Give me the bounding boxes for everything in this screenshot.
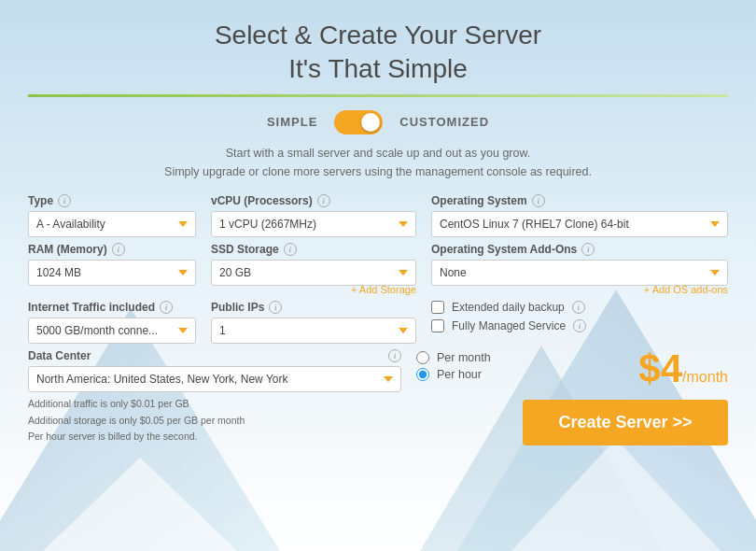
os-help-icon[interactable]: i bbox=[532, 194, 545, 207]
public-ips-help-icon[interactable]: i bbox=[269, 301, 282, 314]
ram-help-icon[interactable]: i bbox=[112, 243, 125, 256]
os-label: Operating System bbox=[431, 194, 527, 207]
datacenter-help-icon[interactable]: i bbox=[388, 349, 401, 362]
traffic-label: Internet Traffic included bbox=[28, 301, 155, 314]
type-label: Type bbox=[28, 194, 53, 207]
add-storage-link[interactable]: + Add Storage bbox=[211, 284, 416, 295]
backup-checkbox-row: Extended daily backup i bbox=[431, 301, 728, 314]
price-display: $4/month bbox=[638, 349, 728, 389]
os-addons-help-icon[interactable]: i bbox=[581, 243, 595, 256]
footnotes: Additional traffic is only $0.01 per GB … bbox=[28, 396, 245, 446]
footnote-3: Per hour server is billed by the second. bbox=[28, 429, 245, 445]
public-ips-group: Public IPs i 1 2 3 bbox=[211, 301, 416, 344]
bottom-row: Additional traffic is only $0.01 per GB … bbox=[28, 396, 728, 446]
vcpu-group: vCPU (Processors) i 1 vCPU (2667MHz) 2 v… bbox=[211, 194, 416, 237]
price-amount: $4/month bbox=[638, 346, 728, 390]
page-title: Select & Create Your Server It's That Si… bbox=[28, 19, 728, 87]
os-select[interactable]: CentOS Linux 7 (RHEL7 Clone) 64-bit Ubun… bbox=[431, 211, 728, 237]
public-ips-label: Public IPs bbox=[211, 301, 264, 314]
create-server-button[interactable]: Create Server >> bbox=[523, 400, 728, 445]
datacenter-select[interactable]: North America: United States, New York, … bbox=[28, 366, 401, 392]
toggle-row: SIMPLE CUSTOMIZED bbox=[28, 110, 728, 134]
subtitle: Start with a small server and scale up a… bbox=[28, 144, 728, 181]
public-ips-select[interactable]: 1 2 3 bbox=[211, 318, 416, 344]
backup-label: Extended daily backup bbox=[452, 301, 565, 314]
ram-group: RAM (Memory) i 1024 MB 2048 MB bbox=[28, 243, 196, 286]
managed-checkbox-row: Fully Managed Service i bbox=[431, 319, 728, 332]
ssd-group: SSD Storage i 20 GB 40 GB bbox=[211, 243, 416, 286]
simple-label: SIMPLE bbox=[267, 115, 317, 129]
type-select[interactable]: A - Availability B - Balanced C - Comput… bbox=[28, 211, 196, 237]
backup-help-icon[interactable]: i bbox=[572, 301, 585, 314]
traffic-group: Internet Traffic included i 5000 GB/mont… bbox=[28, 301, 196, 344]
add-os-addons-link[interactable]: + Add OS add-ons bbox=[431, 284, 728, 295]
price-period: /month bbox=[682, 369, 728, 385]
type-help-icon[interactable]: i bbox=[58, 194, 71, 207]
os-addons-group: Operating System Add-Ons i None cPanel bbox=[431, 243, 728, 286]
ram-select[interactable]: 1024 MB 2048 MB bbox=[28, 260, 196, 286]
type-group: Type i A - Availability B - Balanced C -… bbox=[28, 194, 196, 237]
os-addons-label: Operating System Add-Ons bbox=[431, 243, 577, 256]
customized-label: CUSTOMIZED bbox=[399, 115, 489, 129]
ssd-help-icon[interactable]: i bbox=[284, 243, 297, 256]
footnote-2: Additional storage is only $0.05 per GB … bbox=[28, 413, 245, 430]
traffic-select[interactable]: 5000 GB/month conne... Unmetered bbox=[28, 318, 196, 344]
traffic-help-icon[interactable]: i bbox=[160, 301, 173, 314]
vcpu-label: vCPU (Processors) bbox=[211, 194, 313, 207]
managed-help-icon[interactable]: i bbox=[573, 319, 586, 332]
ram-label: RAM (Memory) bbox=[28, 243, 107, 256]
datacenter-group: Data Center i North America: United Stat… bbox=[28, 349, 401, 392]
vcpu-select[interactable]: 1 vCPU (2667MHz) 2 vCPU (5334MHz) bbox=[211, 211, 416, 237]
os-addons-select[interactable]: None cPanel bbox=[431, 260, 728, 286]
ssd-select[interactable]: 20 GB 40 GB bbox=[211, 260, 416, 286]
vcpu-help-icon[interactable]: i bbox=[317, 194, 330, 207]
footnote-1: Additional traffic is only $0.01 per GB bbox=[28, 396, 245, 413]
datacenter-label: Data Center bbox=[28, 349, 91, 362]
right-panel: Extended daily backup i Fully Managed Se… bbox=[431, 301, 728, 344]
title-divider bbox=[28, 94, 728, 97]
ssd-label: SSD Storage bbox=[211, 243, 279, 256]
managed-checkbox[interactable] bbox=[431, 319, 444, 332]
os-group: Operating System i CentOS Linux 7 (RHEL7… bbox=[431, 194, 728, 237]
simple-customized-toggle[interactable] bbox=[334, 110, 383, 134]
backup-checkbox[interactable] bbox=[431, 301, 444, 314]
managed-label: Fully Managed Service bbox=[452, 319, 566, 332]
